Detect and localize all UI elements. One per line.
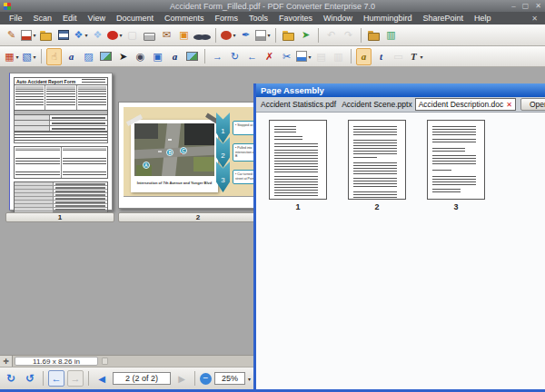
zoom-level-field[interactable]: 25%	[214, 372, 245, 385]
convert-pdf-color-icon[interactable]: ❖▾	[73, 26, 88, 44]
open-icon[interactable]	[38, 26, 54, 44]
replace-pages-icon[interactable]: ↻	[227, 48, 243, 65]
cube-icon[interactable]: ▢	[124, 26, 140, 44]
rotate-left-icon[interactable]: ↺	[22, 370, 38, 387]
paste-page-icon: ▥	[331, 48, 346, 65]
assembly-tab-0[interactable]: Accident Statistics.pdf	[258, 99, 339, 110]
page-number-tab-1[interactable]: 1	[5, 212, 114, 222]
menu-item-scan[interactable]: Scan	[28, 14, 58, 23]
menu-item-tools[interactable]: Tools	[243, 14, 273, 23]
menu-item-file[interactable]: File	[4, 14, 28, 23]
menu-item-sharepoint[interactable]: SharePoint	[418, 14, 470, 23]
convert-pdf-icon[interactable]: ❖	[90, 26, 105, 44]
insert-pages-icon[interactable]: →	[210, 48, 225, 65]
chart-icon[interactable]: ▥	[383, 26, 399, 44]
menu-item-window[interactable]: Window	[318, 14, 358, 23]
delete-pages-icon[interactable]: ✗	[262, 48, 277, 65]
checkin-folder-icon[interactable]	[281, 26, 296, 44]
highlight-tool-icon[interactable]: a	[356, 48, 372, 65]
previous-page-button[interactable]: ◀	[94, 370, 110, 387]
document-page-1[interactable]: Auto Accident Report Form	[9, 73, 113, 211]
image-stamp-icon[interactable]	[184, 48, 200, 65]
menu-item-edit[interactable]: Edit	[57, 14, 83, 23]
typewriter-icon[interactable]: T▾	[408, 48, 423, 65]
page-assembly-title: Page Assembly	[256, 83, 545, 97]
slide-background: ABC Intersection of 7th Avenue and Yonge…	[124, 107, 253, 197]
menu-item-favorites[interactable]: Favorites	[273, 14, 318, 23]
export-doc-icon[interactable]: ▾	[255, 26, 271, 44]
menu-item-hummingbird[interactable]: Hummingbird	[358, 14, 418, 23]
navigation-bar: ↻ ↺ ← → ◀ 2 (2 of 2) ▶ − 25% ▾	[0, 367, 253, 389]
page-number-field[interactable]: 2 (2 of 2)	[113, 372, 171, 385]
stamp-icon[interactable]: ▦▾	[4, 48, 19, 65]
touchup-text-icon[interactable]: a	[64, 48, 79, 65]
hand-tool-icon[interactable]: ☝	[46, 48, 62, 65]
redo-icon: ↷	[341, 26, 356, 44]
annotate-note-icon[interactable]: ✎	[4, 26, 19, 44]
toolbar-separator	[318, 28, 319, 43]
step-text: • Stopped at point A	[233, 121, 253, 135]
eye-icon[interactable]: ◉	[133, 48, 148, 65]
menu-bar: FileScanEditViewDocumentCommentsFormsToo…	[0, 12, 545, 24]
page-number-tab-2[interactable]: 2	[118, 212, 253, 222]
document-close-icon[interactable]: ✕	[531, 15, 541, 23]
checkout-icon[interactable]: ➤	[298, 26, 313, 44]
page-size-readout: 11.69 x 8.26 in	[15, 357, 98, 366]
menu-bar-items: FileScanEditViewDocumentCommentsFormsToo…	[4, 14, 497, 23]
split-document-icon[interactable]: ✂	[279, 48, 294, 65]
crop-icon[interactable]: ▣	[150, 48, 165, 65]
print-icon[interactable]	[142, 26, 157, 44]
menu-item-comments[interactable]: Comments	[159, 14, 210, 23]
zoom-dropdown-icon[interactable]: ▾	[248, 376, 251, 382]
form-title: Auto Accident Report Form	[16, 79, 75, 84]
marker-c: C	[180, 147, 187, 154]
assembly-thumbnail-wrap: 2	[348, 120, 406, 211]
horizontal-scrollbar-thumb[interactable]	[102, 358, 108, 365]
document-canvas[interactable]: Auto Accident Report Form	[0, 67, 253, 355]
photo-markers: ABC	[134, 123, 214, 176]
save-icon[interactable]	[55, 26, 71, 44]
package-icon[interactable]: ▣	[176, 26, 192, 44]
menu-item-document[interactable]: Document	[111, 14, 159, 23]
folder-chart-icon[interactable]	[366, 26, 382, 44]
previous-view-button[interactable]: ←	[48, 370, 64, 387]
search-icon[interactable]	[193, 26, 211, 44]
form-instructions-section	[14, 85, 108, 111]
assembly-thumbnail-2[interactable]	[348, 120, 406, 200]
document-page-2[interactable]: ABC Intersection of 7th Avenue and Yonge…	[118, 102, 253, 209]
close-icon[interactable]: ✕	[535, 2, 541, 10]
assembly-thumbnail-1[interactable]	[269, 120, 327, 200]
menu-item-view[interactable]: View	[83, 14, 111, 23]
envelopes-icon[interactable]: ▧▾	[21, 48, 36, 65]
new-page-icon[interactable]: ▾	[296, 48, 312, 65]
insert-image-icon[interactable]	[98, 48, 114, 65]
toolbar-separator	[41, 49, 42, 64]
stamp-time-icon[interactable]: ▾	[221, 26, 236, 44]
assembly-tab-1[interactable]: Accident Scene.pptx	[339, 99, 415, 110]
scansoft-icon[interactable]: ▾	[107, 26, 123, 44]
edit-object-icon[interactable]: ▨	[81, 48, 96, 65]
pan-icon[interactable]: ✛	[0, 356, 13, 367]
photo-caption: Intersection of 7th Avenue and Yonger Bl…	[134, 176, 214, 189]
assembly-thumbnail-wrap: 3	[427, 120, 485, 211]
assembly-tab-2[interactable]: Accident Description.doc✕	[415, 98, 516, 111]
touchup-object-icon[interactable]: a	[167, 48, 183, 65]
text-box-icon[interactable]: t	[373, 48, 389, 65]
tab-close-icon[interactable]: ✕	[506, 101, 512, 109]
select-tool-icon[interactable]: ➤	[115, 48, 131, 65]
minimize-icon[interactable]: –	[511, 2, 515, 10]
create-pdf-icon[interactable]: ▾	[21, 26, 36, 44]
marker-a: A	[143, 162, 150, 169]
extract-pages-icon[interactable]: ←	[244, 48, 260, 65]
menu-item-help[interactable]: Help	[469, 14, 497, 23]
menu-item-forms[interactable]: Forms	[209, 14, 243, 23]
open-button[interactable]: Open	[520, 98, 545, 111]
zoom-out-icon[interactable]: −	[200, 373, 212, 385]
slide-step-3: 3• Car turned onto street at Point C	[216, 162, 253, 192]
rotate-right-icon[interactable]: ↻	[3, 370, 19, 387]
pen-icon[interactable]: ✒	[238, 26, 253, 44]
email-pdf-icon[interactable]: ✉	[159, 26, 174, 44]
undo-icon: ↶	[323, 26, 339, 44]
assembly-thumbnail-3[interactable]	[427, 120, 485, 200]
restore-icon[interactable]: ▢	[522, 2, 530, 10]
